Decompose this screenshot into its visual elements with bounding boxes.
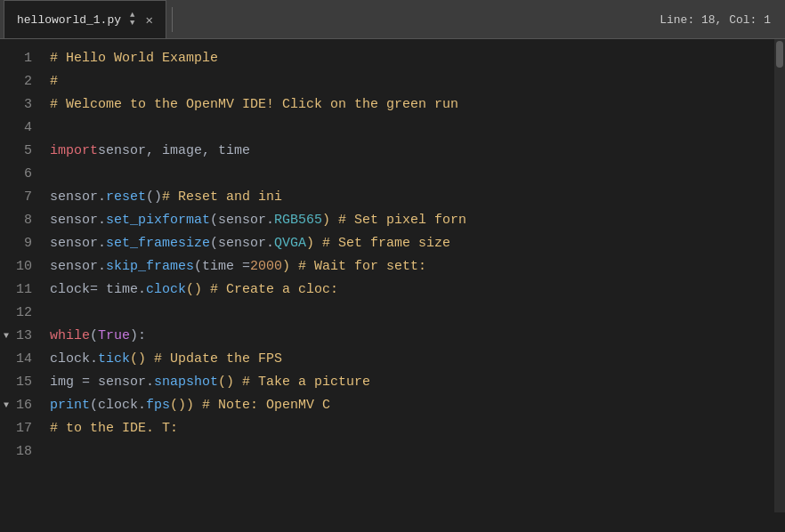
file-tab[interactable]: helloworld_1.py ▲ ▼ ✕ [4, 0, 166, 38]
code-line-13: while(True): [50, 324, 774, 347]
line-number-18: 18 [0, 439, 45, 463]
token: snapshot [154, 375, 218, 390]
token: ) # Wait for sett: [282, 259, 426, 274]
tab-bar: helloworld_1.py ▲ ▼ ✕ Line: 18, Col: 1 [0, 0, 785, 39]
token: tick [98, 351, 130, 367]
line-number-10: 10 [0, 254, 45, 278]
token: set_framesize [106, 236, 210, 251]
token: clock [146, 282, 186, 297]
token: () # Take a picture [218, 375, 370, 390]
code-line-12 [50, 301, 774, 324]
token: = time. [90, 282, 146, 297]
line-number-15: 15 [0, 370, 45, 393]
code-line-14: clock.tick() # Update the FPS [50, 347, 774, 370]
code-line-2: # [50, 69, 774, 93]
token: import [50, 143, 98, 158]
token: sensor. [50, 236, 106, 251]
token: () # Update the FPS [130, 351, 282, 367]
code-line-6 [50, 162, 774, 185]
token: ): [130, 328, 146, 343]
line-number-14: 14 [0, 347, 45, 370]
line-number-7: 7 [0, 185, 45, 208]
code-line-11: clock = time.clock() # Create a cloc: [50, 278, 774, 301]
line-number-2: 2 [0, 69, 45, 93]
token: sensor. [50, 189, 106, 205]
token: (clock. [90, 398, 146, 413]
token: sensor. [50, 259, 106, 274]
line-number-1: 1 [0, 46, 45, 69]
token: ) # Set pixel forn [322, 213, 466, 228]
editor-window: helloworld_1.py ▲ ▼ ✕ Line: 18, Col: 1 1… [0, 0, 785, 512]
scrollbar-thumb[interactable] [776, 41, 783, 68]
token: QVGA [274, 236, 306, 251]
code-line-16: print(clock.fps()) # Note: OpenMV C [50, 393, 774, 416]
code-line-17: # to the IDE. T: [50, 416, 774, 439]
token: clock [50, 282, 90, 297]
code-line-3: # Welcome to the OpenMV IDE! Click on th… [50, 93, 774, 116]
token: (time = [194, 259, 250, 274]
code-line-15: img = sensor.snapshot() # Take a picture [50, 370, 774, 393]
line-number-4: 4 [0, 116, 45, 139]
token: sensor. [50, 213, 106, 228]
token: (sensor. [210, 213, 274, 228]
token: fps [146, 398, 170, 413]
tab-filename: helloworld_1.py [17, 13, 121, 27]
tab-navigation-arrows[interactable]: ▲ ▼ [130, 12, 134, 28]
code-content[interactable]: # Hello World Example # # Welcome to the… [45, 39, 774, 512]
token: 2000 [250, 259, 282, 274]
token: # to the IDE. T: [50, 421, 178, 436]
line-number-16: 16 [0, 393, 45, 416]
token: () [146, 189, 162, 205]
line-number-8: 8 [0, 208, 45, 231]
tab-close-button[interactable]: ✕ [145, 12, 152, 28]
code-line-5: import sensor, image, time [50, 139, 774, 162]
code-line-1: # Hello World Example [50, 46, 774, 69]
line-number-3: 3 [0, 93, 45, 116]
token: clock. [50, 351, 98, 367]
code-line-18 [50, 439, 774, 463]
token: ) # Set frame size [306, 236, 450, 251]
token: reset [106, 189, 146, 205]
scrollbar[interactable] [774, 39, 785, 512]
cursor-position: Line: 18, Col: 1 [660, 12, 771, 26]
token: ()) # Note: OpenMV C [170, 398, 330, 413]
line-number-5: 5 [0, 139, 45, 162]
token: # Reset and ini [162, 189, 282, 205]
code-line-4 [50, 116, 774, 139]
editor-area: 123456789101112131415161718 # Hello Worl… [0, 39, 785, 512]
token: RGB565 [274, 213, 322, 228]
tab-separator [172, 7, 173, 32]
line-number-11: 11 [0, 278, 45, 301]
token: () # Create a cloc: [186, 282, 338, 297]
code-line-9: sensor.set_framesize(sensor.QVGA) # Set … [50, 231, 774, 254]
token: # [50, 74, 58, 89]
token: img = sensor. [50, 375, 154, 390]
line-number-12: 12 [0, 301, 45, 324]
line-numbers: 123456789101112131415161718 [0, 39, 45, 512]
token: while [50, 328, 90, 343]
line-number-13: 13 [0, 324, 45, 347]
token: (sensor. [210, 236, 274, 251]
token: skip_frames [106, 259, 194, 274]
code-line-8: sensor.set_pixformat(sensor.RGB565) # Se… [50, 208, 774, 231]
line-number-17: 17 [0, 416, 45, 439]
token: True [98, 328, 130, 343]
token: # Welcome to the OpenMV IDE! Click on th… [50, 97, 458, 112]
line-number-9: 9 [0, 231, 45, 254]
code-line-10: sensor.skip_frames(time = 2000) # Wait f… [50, 254, 774, 278]
token: # Hello World Example [50, 51, 218, 66]
line-number-6: 6 [0, 162, 45, 185]
token: sensor, image, time [98, 143, 250, 158]
code-line-7: sensor.reset() # Reset and ini [50, 185, 774, 208]
token: ( [90, 328, 98, 343]
token: set_pixformat [106, 213, 210, 228]
token: print [50, 398, 90, 413]
